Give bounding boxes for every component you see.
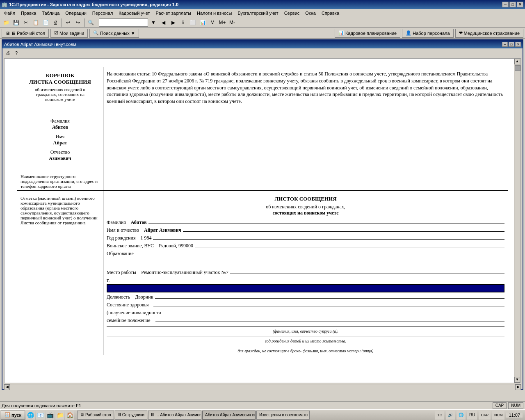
tb-btn-3[interactable]: ℹ: [178, 18, 187, 27]
new-button[interactable]: 📁: [2, 18, 11, 27]
menu-bar: Файл Правка Таблица Операции Персонал Ка…: [0, 9, 525, 17]
cut-button[interactable]: ✂: [21, 18, 30, 27]
taskbar-desktop-icon: 🖥: [80, 413, 84, 417]
children-note: год рождения детей и их место жительства…: [107, 339, 504, 343]
tray-icon-3[interactable]: 🌐: [457, 411, 466, 420]
menu-operations[interactable]: Операции: [63, 10, 89, 16]
hr-planning-button[interactable]: 📊 Кадровое планирование: [335, 29, 400, 38]
menu-accounting[interactable]: Бухгалтерский учет: [235, 10, 281, 16]
tb-btn-6[interactable]: M: [208, 18, 217, 27]
work-value: Ремонтно-эксплуатационный участок №7: [141, 269, 228, 276]
taskbar-abitov2[interactable]: Абитов Айрат Азимович вн...: [202, 411, 256, 420]
scroll-down[interactable]: ▼: [514, 377, 520, 383]
vertical-scrollbar[interactable]: ▲ ▼: [514, 59, 520, 383]
print-button[interactable]: 🖨: [51, 18, 60, 27]
clock: 11:07: [506, 413, 523, 418]
content-area[interactable]: КОРЕШОКЛИСТКА СООБЩЕНИЯ об изменениях св…: [4, 58, 521, 383]
koroshok-subtitle: об изменениях сведений огражданах, состо…: [21, 87, 100, 102]
redo-button[interactable]: ↪: [73, 18, 82, 27]
close-button[interactable]: ✕: [517, 2, 523, 7]
menu-salary[interactable]: Расчет зарплаты: [153, 10, 194, 16]
stamp-area-cell: Отметка (мастичный штамп) военного комис…: [17, 191, 103, 355]
search-input[interactable]: [99, 18, 148, 27]
tray-1c[interactable]: 1С: [435, 411, 444, 420]
tb-btn-1[interactable]: ◀: [159, 18, 168, 27]
menu-edit[interactable]: Правка: [18, 10, 39, 16]
horizontal-scrollbar[interactable]: ◀ ▶: [4, 384, 521, 390]
listok-content-cell: ЛИСТОК СООБЩЕНИЯ об изменениях сведений …: [103, 191, 508, 355]
start-button[interactable]: 🪟 пуск: [1, 411, 25, 420]
year-row: Год рождения 1 984: [107, 235, 504, 241]
tray-icon-2[interactable]: 🔊: [446, 411, 455, 420]
year-value: 1 984: [140, 235, 151, 241]
scroll-thumb[interactable]: [515, 65, 520, 71]
sub-maximize-button[interactable]: □: [509, 42, 514, 47]
work-label: Место работы: [107, 269, 136, 276]
heart-icon: ❤: [459, 30, 463, 36]
ql-folder[interactable]: 📁: [55, 411, 64, 420]
menu-windows[interactable]: Окна: [303, 10, 318, 16]
tb-btn-2[interactable]: ▶: [169, 18, 178, 27]
status-text: Для получения подсказки нажмите F1: [2, 403, 81, 408]
position-line: [155, 298, 504, 299]
invalidity-row: (получение инвалидности: [107, 310, 504, 316]
minimize-button[interactable]: ─: [502, 2, 509, 7]
health-line: [153, 306, 504, 306]
taskbar-notices[interactable]: Извещения в военкоматы [...: [256, 411, 310, 420]
tb-btn-8[interactable]: M-: [228, 18, 237, 27]
menu-personnel[interactable]: Персонал: [90, 10, 116, 16]
tb-btn-7[interactable]: M+: [218, 18, 227, 27]
rank-value: Рядовой, 999000: [159, 243, 193, 249]
taskbar: 🪟 пуск 🌐 📧 📺 📁 🏠 🖥 Рабочий стол III Сотр…: [0, 409, 525, 420]
taskbar-abitov1[interactable]: III ... Абитов Айрат Азимович ...: [148, 411, 201, 420]
tb-btn-4[interactable]: ⬜: [188, 18, 197, 27]
line-1: [107, 326, 504, 326]
desktop-button[interactable]: 🖥 🖥 Рабочий стол: [2, 29, 49, 38]
menu-hr[interactable]: Кадровый учет: [116, 10, 152, 16]
app-icon: 🏢: [2, 2, 7, 7]
title-bar: 🏢 1С:Предприятие - Зарплата и кадры бюдж…: [0, 0, 525, 9]
menu-service[interactable]: Сервис: [282, 10, 302, 16]
tasks-button[interactable]: ☑ Мои задачи: [50, 29, 88, 38]
undo-button[interactable]: ↩: [64, 18, 73, 27]
menu-help[interactable]: Справка: [319, 10, 342, 16]
ql-home[interactable]: 🏠: [65, 411, 74, 420]
spouse-note: (фамилия, имя, отчество супруги (а).: [107, 329, 504, 333]
spacer-1: [107, 260, 504, 266]
search-people-button[interactable]: 🔍 Поиск данных ▼: [89, 29, 139, 38]
sub-minimize-button[interactable]: ─: [502, 42, 508, 47]
tb-btn-5[interactable]: 📊: [198, 18, 207, 27]
taskbar-desktop[interactable]: 🖥 Рабочий стол: [77, 411, 114, 420]
user-icon: 👤: [406, 30, 411, 36]
address-row: т.: [107, 277, 504, 292]
taskbar-employees[interactable]: III Сотрудники: [115, 411, 147, 420]
doc-help-icon[interactable]: ?: [13, 49, 20, 57]
name-value-left: Айрат: [21, 140, 100, 146]
copy-button[interactable]: 📋: [31, 18, 40, 27]
scroll-up[interactable]: ▲: [514, 59, 520, 64]
search-button[interactable]: 🔍: [86, 18, 95, 27]
lang-indicator[interactable]: RU: [467, 411, 477, 420]
menu-table[interactable]: Таблица: [39, 10, 62, 16]
address-input-box[interactable]: [107, 284, 504, 292]
med-insurance-button[interactable]: ❤ Медицинское страхование: [455, 29, 523, 38]
ql-ie[interactable]: 🌐: [26, 411, 35, 420]
separator-3: [97, 18, 97, 27]
dropdown-button[interactable]: ▼: [149, 18, 158, 27]
recruitment-button[interactable]: 👤 Набор персонала: [402, 29, 453, 38]
scroll-right[interactable]: ▶: [515, 384, 521, 390]
menu-taxes[interactable]: Налоги и взносы: [194, 10, 235, 16]
rank-row: Воинское звание, ВУС Рядовой, 999000: [107, 243, 504, 249]
maximize-button[interactable]: □: [509, 2, 516, 7]
ql-email[interactable]: 📧: [36, 411, 45, 420]
menu-file[interactable]: Файл: [2, 10, 18, 16]
sub-close-button[interactable]: ✕: [515, 42, 521, 47]
paste-button[interactable]: 📄: [41, 18, 50, 27]
system-tray: 1С 🔊 🌐 RU CAP NUM 11:07: [435, 411, 524, 420]
save-button[interactable]: 💾: [11, 18, 21, 27]
doc-print-icon[interactable]: 🖨: [4, 49, 11, 57]
ql-video[interactable]: 📺: [46, 411, 55, 420]
desktop-icon: 🖥: [5, 31, 10, 36]
namepatr-value: Айрат Азимович: [144, 227, 181, 233]
scroll-left[interactable]: ◀: [4, 384, 10, 390]
